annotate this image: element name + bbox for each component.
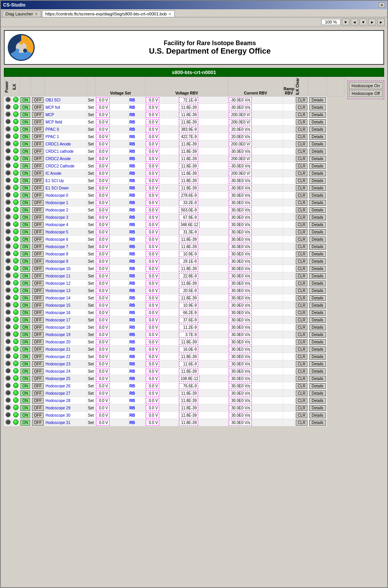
vset-cell[interactable]: 0.0 V — [96, 148, 129, 155]
details-button[interactable]: Details — [309, 222, 326, 228]
on-button[interactable]: ON — [20, 376, 30, 382]
details-cell[interactable]: Details — [309, 346, 327, 353]
off-cell[interactable]: OFF — [31, 331, 45, 338]
vset-cell[interactable]: 0.0 V — [96, 221, 129, 228]
on-button[interactable]: ON — [20, 361, 30, 367]
clr-cell[interactable]: CLR — [295, 368, 309, 375]
details-button[interactable]: Details — [309, 280, 326, 286]
off-button[interactable]: OFF — [32, 302, 44, 308]
off-button[interactable]: OFF — [32, 295, 44, 301]
details-button[interactable]: Details — [309, 273, 326, 279]
clr-cell[interactable]: CLR — [295, 265, 309, 272]
voltage-set-value[interactable]: 0.0 V — [96, 229, 110, 235]
details-button[interactable]: Details — [309, 244, 326, 250]
details-button[interactable]: Details — [309, 361, 326, 367]
device-name-link[interactable]: Hodoscope 8 — [46, 252, 68, 256]
clr-button[interactable]: CLR — [296, 105, 307, 110]
clr-button[interactable]: CLR — [296, 317, 307, 323]
off-button[interactable]: OFF — [32, 361, 44, 367]
on-cell[interactable]: ON — [20, 206, 31, 214]
voltage-set-value[interactable]: 0.0 V — [96, 368, 110, 374]
off-cell[interactable]: OFF — [31, 390, 45, 397]
off-button[interactable]: OFF — [32, 310, 44, 316]
vset-cell[interactable]: 0.0 V — [96, 360, 129, 368]
clr-button[interactable]: CLR — [296, 288, 307, 294]
voltage-set-value[interactable]: 0.0 V — [96, 207, 110, 213]
off-button[interactable]: OFF — [32, 405, 44, 411]
off-cell[interactable]: OFF — [31, 133, 45, 140]
clr-cell[interactable]: CLR — [295, 280, 309, 287]
off-cell[interactable]: OFF — [31, 309, 45, 316]
on-button[interactable]: ON — [20, 134, 30, 140]
details-cell[interactable]: Details — [309, 236, 327, 243]
vset-cell[interactable]: 0.0 V — [96, 338, 129, 346]
on-cell[interactable]: ON — [20, 397, 31, 404]
on-cell[interactable]: ON — [20, 111, 31, 118]
on-button[interactable]: ON — [20, 112, 30, 118]
off-button[interactable]: OFF — [32, 266, 44, 272]
off-button[interactable]: OFF — [32, 251, 44, 257]
on-cell[interactable]: ON — [20, 309, 31, 316]
on-cell[interactable]: ON — [20, 148, 31, 155]
off-button[interactable]: OFF — [32, 280, 44, 286]
off-cell[interactable]: OFF — [31, 111, 45, 118]
details-cell[interactable]: Details — [309, 287, 327, 294]
off-cell[interactable]: OFF — [31, 368, 45, 375]
on-cell[interactable]: ON — [20, 324, 31, 331]
device-name-link[interactable]: Hodoscope 27 — [46, 391, 71, 395]
clr-button[interactable]: CLR — [296, 398, 307, 404]
on-cell[interactable]: ON — [20, 170, 31, 177]
details-button[interactable]: Details — [309, 376, 326, 382]
clr-cell[interactable]: CLR — [295, 118, 309, 126]
on-cell[interactable]: ON — [20, 338, 31, 346]
details-button[interactable]: Details — [309, 317, 326, 323]
voltage-set-value[interactable]: 0.0 V — [96, 317, 110, 323]
vset-cell[interactable]: 0.0 V — [96, 236, 129, 243]
on-button[interactable]: ON — [20, 185, 30, 191]
vset-cell[interactable]: 0.0 V — [96, 412, 129, 419]
on-cell[interactable]: ON — [20, 346, 31, 353]
device-name-link[interactable]: Hodoscope 15 — [46, 303, 71, 308]
vset-cell[interactable]: 0.0 V — [96, 309, 129, 316]
off-button[interactable]: OFF — [32, 163, 44, 169]
device-name-link[interactable]: Hodoscope 26 — [46, 384, 71, 388]
off-button[interactable]: OFF — [32, 105, 44, 110]
details-button[interactable]: Details — [309, 105, 326, 110]
forward-btn[interactable]: ► — [368, 19, 376, 25]
clr-cell[interactable]: CLR — [295, 309, 309, 316]
off-cell[interactable]: OFF — [31, 118, 45, 126]
on-cell[interactable]: ON — [20, 104, 31, 111]
off-cell[interactable]: OFF — [31, 96, 45, 104]
off-button[interactable]: OFF — [32, 354, 44, 360]
on-cell[interactable]: ON — [20, 412, 31, 419]
device-name-link[interactable]: Hodoscope 10 — [46, 267, 71, 271]
voltage-set-value[interactable]: 0.0 V — [96, 361, 110, 367]
device-name-link[interactable]: Hodoscope 31 — [46, 421, 71, 425]
details-button[interactable]: Details — [309, 346, 326, 352]
vset-cell[interactable]: 0.0 V — [96, 206, 129, 214]
voltage-set-value[interactable]: 0.0 V — [96, 295, 110, 301]
details-cell[interactable]: Details — [309, 331, 327, 338]
clr-button[interactable]: CLR — [296, 346, 307, 352]
clr-button[interactable]: CLR — [296, 420, 307, 426]
off-cell[interactable]: OFF — [31, 236, 45, 243]
clr-button[interactable]: CLR — [296, 302, 307, 308]
off-cell[interactable]: OFF — [31, 206, 45, 214]
on-button[interactable]: ON — [20, 383, 30, 389]
device-name-link[interactable]: Hodoscope 23 — [46, 362, 71, 366]
off-button[interactable]: OFF — [32, 193, 44, 198]
clr-cell[interactable]: CLR — [295, 170, 309, 177]
off-cell[interactable]: OFF — [31, 148, 45, 155]
details-cell[interactable]: Details — [309, 228, 327, 236]
details-cell[interactable]: Details — [309, 104, 327, 111]
device-name-link[interactable]: CRDC1 Anode — [46, 142, 71, 146]
details-button[interactable]: Details — [309, 412, 326, 418]
details-button[interactable]: Details — [309, 398, 326, 404]
clr-cell[interactable]: CLR — [295, 353, 309, 360]
details-button[interactable]: Details — [309, 200, 326, 206]
details-button[interactable]: Details — [309, 324, 326, 330]
on-cell[interactable]: ON — [20, 404, 31, 412]
details-button[interactable]: Details — [309, 288, 326, 294]
off-cell[interactable]: OFF — [31, 404, 45, 412]
voltage-set-value[interactable]: 0.0 V — [96, 398, 110, 404]
